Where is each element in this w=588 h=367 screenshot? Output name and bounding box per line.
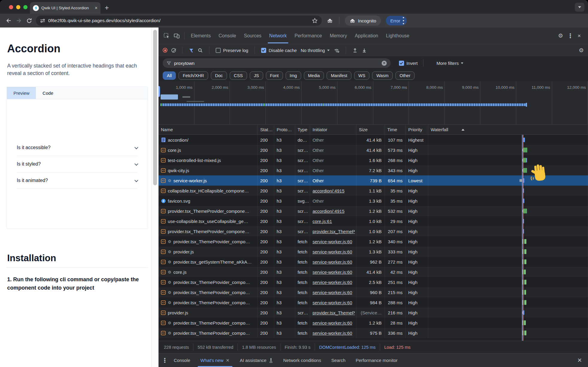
scrollbar-thumb[interactable] <box>153 30 157 185</box>
drawer-tab-close-icon[interactable]: ✕ <box>226 358 230 363</box>
drawer-menu-icon[interactable]: ••• <box>159 358 169 363</box>
close-window-button[interactable] <box>9 5 13 9</box>
table-row[interactable]: ⚙ provider.js 200 h3 scr… provider.tsx_T… <box>159 308 588 318</box>
demo-tab[interactable]: Code <box>36 87 60 99</box>
drawer-tab[interactable]: Performance monitor ✕ <box>351 354 403 367</box>
devtools-tab[interactable]: Performance <box>291 27 326 44</box>
accordion-item[interactable]: Is it styled? <box>17 156 137 172</box>
initiator-link[interactable]: accordion/:4915 <box>310 206 357 216</box>
new-tab-button[interactable]: + <box>105 2 109 13</box>
table-row[interactable]: ⚙ collapsible.tsx_HCollapsible_compone… … <box>159 186 588 196</box>
column-header-protocol[interactable]: Proto… <box>274 125 295 134</box>
drawer-tab[interactable]: What's new ✕ <box>195 354 235 367</box>
table-row[interactable]: ⚙ provider.tsx_ThemeProvider_compo… 200 … <box>159 287 588 297</box>
table-row[interactable]: ⚙ provider.tsx_ThemeProvider_compone… 20… <box>159 226 588 236</box>
maximize-window-button[interactable] <box>23 5 28 9</box>
filter-chip[interactable]: Img <box>286 71 301 80</box>
column-header-status[interactable]: Stat… <box>258 125 274 134</box>
url-text[interactable]: 0f6e2f0b.qwik-ui-site.pages.dev/docs/sty… <box>48 18 309 23</box>
import-har-icon[interactable] <box>352 48 358 53</box>
clear-icon[interactable] <box>171 48 176 53</box>
kebab-menu-icon[interactable]: ••• <box>569 33 572 39</box>
devtools-tab[interactable]: Application <box>351 27 382 44</box>
filter-value[interactable]: proxytown <box>174 61 379 66</box>
devtools-tab[interactable]: Elements <box>187 27 215 44</box>
browser-tab[interactable]: Qwik UI | Styled Accordion Co × <box>30 2 100 14</box>
reload-button[interactable] <box>24 16 34 26</box>
table-row[interactable]: ⚙ provider.tsx_getSystemTheme_aKkA… 200 … <box>159 257 588 267</box>
table-row[interactable]: ⚙ test-controlled-list-mixed.js 200 h3 s… <box>159 155 588 165</box>
forward-button[interactable] <box>14 16 24 26</box>
accordion-item[interactable]: Is it accessible? <box>17 140 137 156</box>
preserve-log-checkbox[interactable] <box>216 48 221 53</box>
drawer-tab[interactable]: Search ✕ <box>326 354 351 367</box>
initiator-link[interactable]: Other <box>310 135 357 145</box>
initiator-link[interactable]: Other <box>310 165 357 175</box>
initiator-link[interactable]: Other <box>310 145 357 155</box>
table-row[interactable]: ⚙ provider.tsx_ThemeProvider_compo… 200 … <box>159 277 588 287</box>
initiator-link[interactable]: provider.tsx_ThemeP <box>310 226 357 236</box>
address-bar[interactable]: 0f6e2f0b.qwik-ui-site.pages.dev/docs/sty… <box>36 16 322 26</box>
table-row[interactable]: ⚙ provider.tsx_ThemeProvider_compo… 200 … <box>159 318 588 328</box>
column-header-time[interactable]: Time <box>385 125 406 134</box>
accordion-item[interactable]: Is it animated? <box>17 172 137 189</box>
initiator-link[interactable]: core.js:61 <box>310 216 357 226</box>
column-header-name[interactable]: Name <box>159 125 258 134</box>
column-header-type[interactable]: Type <box>295 125 310 134</box>
device-toolbar-icon[interactable] <box>172 31 182 41</box>
kebab-menu-icon[interactable]: ••• <box>403 16 404 25</box>
filter-chip[interactable]: Fetch/XHR <box>179 71 208 80</box>
initiator-link[interactable]: service-worker.js:60 <box>310 267 357 277</box>
network-settings-gear-icon[interactable]: ⚙ <box>579 47 584 54</box>
filter-chip[interactable]: WS <box>354 71 369 80</box>
network-overview[interactable]: 1,000 ms2,000 ms3,000 ms4,000 ms5,000 ms… <box>159 81 588 125</box>
initiator-link[interactable]: service-worker.js:60 <box>310 287 357 297</box>
filter-chip[interactable]: JS <box>250 71 263 80</box>
invert-checkbox[interactable] <box>399 61 404 66</box>
close-drawer-icon[interactable]: ✕ <box>577 357 588 364</box>
bookmark-star-icon[interactable] <box>312 18 318 24</box>
drawer-tab[interactable]: Console ✕ <box>169 354 195 367</box>
initiator-link[interactable]: Other <box>310 175 357 186</box>
filter-icon[interactable] <box>189 48 194 53</box>
filter-chip[interactable]: Other <box>395 71 415 80</box>
filter-chip[interactable]: CSS <box>230 71 247 80</box>
initiator-link[interactable]: service-worker.js:60 <box>310 236 357 247</box>
tab-search-button[interactable] <box>575 3 584 12</box>
column-header-priority[interactable]: Priority <box>406 125 428 134</box>
filter-chip[interactable]: Wasm <box>372 71 393 80</box>
filter-chip[interactable]: Doc <box>211 71 227 80</box>
overview-selection-handle[interactable] <box>159 86 160 97</box>
table-row[interactable]: ⚙ favicon.svg 200 h3 svg… Other 1.3 kB 3… <box>159 196 588 206</box>
network-conditions-icon[interactable] <box>333 47 339 53</box>
drawer-tab[interactable]: AI assistance ✕ <box>235 354 278 367</box>
initiator-link[interactable]: service-worker.js:60 <box>310 328 357 338</box>
initiator-link[interactable]: service-worker.js:60 <box>310 247 357 257</box>
devtools-tab[interactable]: Lighthouse <box>382 27 413 44</box>
table-row[interactable]: ⚙ core.js 200 h3 fetch service-worker.js… <box>159 267 588 277</box>
tab-close-icon[interactable]: × <box>95 5 98 11</box>
initiator-link[interactable]: Other <box>310 155 357 165</box>
minimize-window-button[interactable] <box>16 5 20 9</box>
inspect-element-icon[interactable] <box>162 31 172 41</box>
initiator-link[interactable]: service-worker.js:60 <box>310 277 357 287</box>
clear-filter-icon[interactable]: ✕ <box>382 61 387 66</box>
table-row[interactable]: ⚙ provider.tsx_ThemeProvider_compone… 20… <box>159 206 588 216</box>
devtools-tab[interactable]: Network <box>265 27 291 44</box>
error-button[interactable]: Error ••• <box>386 16 407 25</box>
initiator-link[interactable]: Other <box>310 196 357 206</box>
table-row[interactable]: ⚙ core.js 200 h3 scr… Other 41.4 kB 573 … <box>159 145 588 155</box>
devtools-tab[interactable]: Sources <box>240 27 265 44</box>
back-button[interactable] <box>4 16 14 26</box>
devtools-tab[interactable]: Console <box>215 27 240 44</box>
drawer-tab[interactable]: Network conditions ✕ <box>278 354 326 367</box>
incognito-extension-icon[interactable] <box>325 16 335 26</box>
devtools-tab[interactable]: Memory <box>326 27 351 44</box>
table-row[interactable]: ⚙ provider.tsx_ThemeProvider_compo… 200 … <box>159 236 588 247</box>
filter-chip[interactable]: Manifest <box>327 71 351 80</box>
initiator-link[interactable]: accordion/:4915 <box>310 186 357 196</box>
initiator-link[interactable]: service-worker.js:60 <box>310 257 357 267</box>
filter-chip[interactable]: All <box>163 71 176 80</box>
more-filters-button[interactable]: More filters <box>437 61 463 66</box>
initiator-link[interactable]: provider.tsx_ThemeP <box>310 308 357 318</box>
